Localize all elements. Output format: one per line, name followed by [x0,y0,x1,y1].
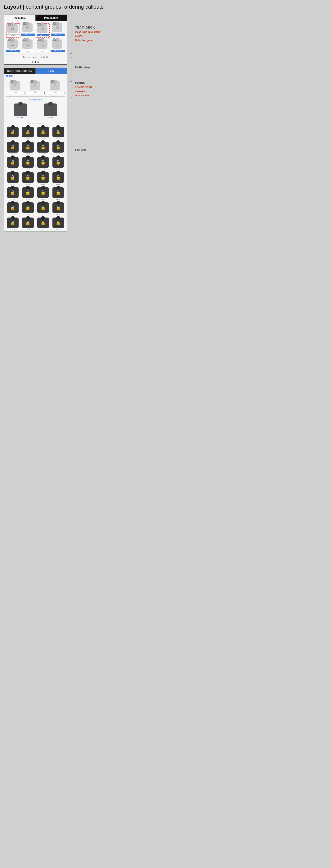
dot-3[interactable] [37,61,39,63]
card-btn-levelup[interactable]: LEVEL UP! [51,50,65,52]
locked-item[interactable]: 🔒 LVL 6 [51,172,65,185]
bracket-vert-line [71,15,71,53]
card-btn[interactable]: ##/## [36,50,50,52]
collection-card-grid: 9 2 lineField ##/## 9 2 lineField ##/## [4,80,67,96]
locked-lvl: LVL 6 [41,138,45,140]
locked-lvl: LVL 6 [11,214,14,215]
card-btn[interactable]: ##/## [21,50,35,52]
locked-item[interactable]: 🔒 LVL 6 [21,172,35,185]
locked-item[interactable]: 🔒 LVL 6 [36,142,50,155]
locked-lvl: LVL 6 [11,198,14,200]
locked-lvl: LVL 6 [26,198,30,200]
card-btn[interactable]: ##/## [26,92,45,94]
tab-team-deck[interactable]: Team deck [4,15,36,21]
locked-item[interactable]: 🔒 LVL 6 [21,157,35,170]
locked-lvl: LVL 6 [56,168,60,170]
locked-item[interactable]: 🔒 LVL 6 [21,218,35,230]
locked-item[interactable]: 🔒 LVL 6 [6,127,20,140]
card-btn-levelup[interactable]: LEVEL UP! [37,34,49,36]
locked-item[interactable]: 🔒 LVL 6 [6,172,20,185]
filter-label[interactable]: FILTER [4,74,67,78]
promo-card-2[interactable]: SOON! [36,103,65,119]
locked-item[interactable]: 🔒 LVL 6 [6,142,20,155]
locked-label: Locked [75,148,86,152]
lock-icon: 🔒 [56,160,61,165]
collection-card-item[interactable]: 9 2 lineField ##/## [26,81,45,94]
lock-icon: 🔒 [10,175,15,180]
locked-item[interactable]: 🔒 LVL 6 [6,218,20,230]
card-item[interactable]: 9 2 lineField LEVEL UP! [36,23,50,37]
locked-item[interactable]: 🔒 LVL 6 [21,142,35,155]
card-figure: 9 2 lineField [50,81,61,91]
locked-item[interactable]: 🔒 LVL 6 [36,172,50,185]
promo-line3: IS POST F&F [75,94,92,98]
locked-lvl: LVL 6 [56,138,60,140]
card-shape: 9 2 lineField [7,24,18,33]
bracket-vert-line [71,82,71,98]
locked-item[interactable]: 🔒 LVL 6 [36,203,50,215]
locked-item[interactable]: 🔒 LVL 6 [51,187,65,200]
collection-label: Collection [75,66,90,69]
card-item[interactable]: 9 2 lineField ##/## [36,39,50,52]
locked-grid-row-3: 🔒 LVL 6 🔒 LVL 6 🔒 LVL 6 🔒 LVL 6 [4,171,67,186]
locked-item[interactable]: 🔒 LVL 6 [51,127,65,140]
card-shape: 9 2 lineField [37,39,47,49]
promo-shape [14,103,27,116]
card-btn[interactable]: ##/## [7,34,19,37]
locked-lvl: LVL 6 [11,183,14,185]
locked-item[interactable]: 🔒 LVL 6 [21,203,35,215]
locked-item[interactable]: 🔒 LVL 6 [21,127,35,140]
promo-card-1[interactable]: 6 DAYS [6,103,35,119]
locked-item[interactable]: 🔒 LVL 6 [51,218,65,230]
locked-item[interactable]: 🔒 LVL 6 [6,203,20,215]
locked-item[interactable]: 🔒 LVL 6 [51,142,65,155]
locked-item[interactable]: 🔒 LVL 6 [36,187,50,200]
locked-lvl: LVL 6 [56,198,60,200]
bracket-bottom-cap [70,198,72,198]
locked-grid-row-6: 🔒 LVL 6 🔒 LVL 6 🔒 LVL 6 🔒 LVL 6 [4,216,67,231]
lock-icon: 🔒 [56,190,61,195]
card-btn-levelup[interactable]: LEVEL UP! [51,34,65,36]
card-item[interactable]: 9 2 lineField ##/## [6,23,20,37]
locked-lvl: LVL 6 [11,168,14,170]
card-btn-levelup[interactable]: LEVEL UP! [6,50,20,52]
tab-card-collection[interactable]: CARD COLLECTION [4,68,36,74]
left-panel: Team deck Personalize 9 2 lineField ##/#… [4,14,67,235]
locked-shape: 🔒 [37,142,49,153]
locked-item[interactable]: 🔒 LVL 6 [21,187,35,200]
tab-personalize[interactable]: Personalize [36,15,67,21]
collection-card-item[interactable]: 9 2 lineField ##/## [6,81,25,94]
locked-shape: 🔒 [22,127,34,137]
card-btn[interactable]: ##/## [6,92,25,94]
locked-item[interactable]: 🔒 LVL 6 [6,157,20,170]
dot-1[interactable] [32,61,33,63]
lock-icon: 🔒 [56,205,61,210]
card-item[interactable]: 9 2 lineField ##/## [21,39,35,52]
card-item[interactable]: 9 2 lineField LEVEL UP! [51,23,65,37]
locked-shape: 🔒 [7,218,19,228]
locked-item[interactable]: 🔒 LVL 6 [6,187,20,200]
lock-icon: 🔒 [10,220,15,225]
collection-card-item[interactable]: 9 2 lineField ##/## [46,81,65,94]
card-item[interactable]: 9 2 lineField LEVEL UP! [51,39,65,52]
team-deck-box: Team deck Personalize 9 2 lineField ##/#… [4,14,67,65]
locked-item[interactable]: 🔒 LVL 6 [51,157,65,170]
card-item[interactable]: 9 2 lineField LEVEL UP! [21,23,35,37]
locked-item[interactable]: 🔒 LVL 6 [36,157,50,170]
tab-rarity[interactable]: Rarity [36,68,67,74]
lock-icon: 🔒 [40,220,45,225]
locked-item[interactable]: 🔒 LVL 6 [36,218,50,230]
card-btn-levelup[interactable]: LEVEL UP! [21,34,35,36]
locked-grid-row-2: 🔒 LVL 6 🔒 LVL 6 🔒 LVL 6 🔒 LVL 6 [4,156,67,171]
promo-annotation: Promo COMING SOON SEGMENT IS POST F&F [75,81,92,98]
locked-section: 🔒 LVL 6 🔒 LVL 6 🔒 LVL 6 🔒 LVL 6 [4,126,67,231]
locked-lvl: LVL 6 [11,138,14,140]
dot-2[interactable] [35,61,36,63]
locked-shape: 🔒 [7,172,19,183]
title-bold: Layout [4,4,22,10]
card-btn[interactable]: ##/## [46,92,65,94]
locked-item[interactable]: 🔒 LVL 6 [51,203,65,215]
locked-bracket [69,102,73,198]
locked-item[interactable]: 🔒 LVL 6 [36,127,50,140]
card-item[interactable]: 9 2 lineField LEVEL UP! [6,39,20,52]
